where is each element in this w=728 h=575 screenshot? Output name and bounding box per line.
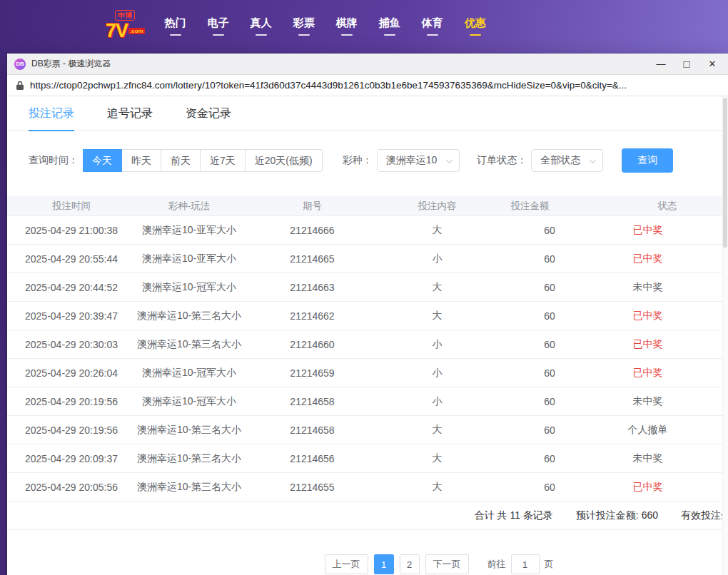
lottery-select-value: 澳洲幸运10 (386, 154, 438, 167)
search-button[interactable]: 查询 (622, 148, 673, 173)
goto-page-group: 前往 页 (487, 554, 554, 574)
record-tab[interactable]: 追号记录 (107, 106, 153, 131)
table-row: 2025-04-29 20:09:37 澳洲幸运10-第三名大小 2121465… (7, 444, 728, 473)
nav-menu-item[interactable]: 捕鱼 (379, 16, 400, 36)
nav-menu-item[interactable]: 棋牌 (336, 16, 358, 36)
table-row: 2025-04-29 20:30:03 澳洲幸运10-第三名大小 2121466… (7, 330, 728, 359)
goto-page-input[interactable] (511, 554, 540, 574)
chevron-down-icon (590, 156, 597, 163)
cell-bet-content: 大 (382, 424, 492, 437)
cell-bet-content: 小 (382, 338, 492, 351)
cell-issue-number: 21214660 (243, 339, 382, 350)
table-header-row: 投注时间 彩种-玩法 期号 投注内容 投注金额 状态 (7, 196, 728, 216)
minimize-button[interactable]: — (648, 54, 674, 74)
nav-menu-item[interactable]: 体育 (422, 16, 443, 36)
order-status-select[interactable]: 全部状态 (531, 149, 603, 172)
cell-game-play: 澳洲幸运10-第三名大小 (136, 424, 243, 437)
logo-com-text: .com (128, 28, 145, 34)
cell-status: 未中奖 (607, 452, 728, 465)
page-number-button[interactable]: 2 (400, 554, 420, 574)
cell-issue-number: 21214662 (243, 310, 382, 322)
cell-game-play: 澳洲幸运10-第三名大小 (136, 452, 243, 465)
nav-menu-item[interactable]: 优惠 (465, 16, 486, 36)
window-controls: — □ ✕ (648, 54, 725, 74)
cell-issue-number: 21214663 (243, 282, 382, 293)
cell-game-play: 澳洲幸运10-亚军大小 (136, 224, 243, 237)
record-tab[interactable]: 资金记录 (186, 106, 231, 131)
app-icon: DB (14, 58, 26, 70)
cell-bet-time: 2025-04-29 20:09:37 (7, 453, 136, 464)
cell-bet-amount: 60 (492, 310, 607, 322)
cell-bet-content: 小 (382, 367, 492, 380)
cell-bet-time: 2025-04-29 20:44:52 (7, 282, 136, 293)
scrollbar-thumb[interactable] (723, 98, 727, 248)
time-range-button[interactable]: 近20天(低频) (246, 149, 323, 172)
close-button[interactable]: ✕ (699, 54, 725, 74)
time-range-group: 今天 昨天 前天 近7天 近20天(低频) (83, 149, 323, 172)
cell-bet-time: 2025-04-29 20:19:56 (7, 424, 136, 436)
cell-bet-amount: 60 (492, 282, 607, 293)
cell-bet-amount: 60 (492, 225, 607, 236)
next-page-button[interactable]: 下一页 (425, 554, 469, 574)
nav-menu-item[interactable]: 彩票 (293, 16, 315, 36)
cell-bet-amount: 60 (492, 396, 607, 407)
table-row: 2025-04-29 20:19:56 澳洲幸运10-第三名大小 2121465… (7, 416, 728, 444)
prev-page-button[interactable]: 上一页 (325, 554, 368, 574)
time-range-button[interactable]: 近7天 (201, 149, 246, 172)
cell-issue-number: 21214666 (243, 225, 382, 236)
cell-status: 已中奖 (607, 224, 728, 237)
window-title: DB彩票 - 极速浏览器 (31, 58, 111, 70)
cell-game-play: 澳洲幸运10-第三名大小 (136, 310, 243, 322)
time-range-button-label: 今天 (92, 155, 112, 166)
table-row: 2025-04-29 20:55:44 澳洲幸运10-亚军大小 21214665… (7, 245, 728, 273)
cell-bet-time: 2025-04-29 20:39:47 (7, 310, 136, 322)
nav-menu-item-label: 体育 (422, 16, 443, 29)
nav-menu-item-label: 棋牌 (336, 16, 358, 29)
cell-issue-number: 21214656 (243, 453, 382, 464)
table-row: 2025-04-29 20:05:56 澳洲幸运10-第三名大小 2121465… (7, 473, 728, 502)
summary-expected-amount: 预计投注金额: 660 (576, 509, 658, 522)
table-body: 2025-04-29 21:00:38 澳洲幸运10-亚军大小 21214666… (7, 216, 728, 502)
goto-unit-label: 页 (545, 558, 554, 571)
cell-bet-time: 2025-04-29 20:19:56 (7, 396, 136, 407)
cell-status: 已中奖 (607, 310, 728, 322)
time-range-button-label: 近7天 (210, 155, 236, 166)
cell-issue-number: 21214655 (243, 482, 382, 493)
cell-game-play: 澳洲幸运10-第三名大小 (136, 338, 243, 351)
logo-text: 7V (106, 20, 128, 41)
page-number-button[interactable]: 1 (374, 554, 394, 574)
site-logo[interactable]: 申博 7V.com (106, 10, 145, 41)
order-status-value: 全部状态 (540, 154, 580, 167)
cell-bet-amount: 60 (492, 367, 607, 379)
cell-bet-time: 2025-04-29 21:00:38 (7, 225, 136, 236)
cell-status: 未中奖 (607, 281, 728, 294)
time-range-button[interactable]: 前天 (161, 149, 201, 172)
table-row: 2025-04-29 20:19:56 澳洲幸运10-冠军大小 21214658… (7, 387, 728, 416)
goto-label: 前往 (487, 558, 506, 571)
nav-menu-item[interactable]: 真人 (251, 16, 272, 36)
window-titlebar[interactable]: DB DB彩票 - 极速浏览器 — □ ✕ (7, 54, 728, 75)
url-text[interactable]: https://ctop02pchwp1.zfnc84.com/lottery/… (30, 80, 627, 91)
site-nav-menu: 热门 电子 真人 彩票 棋牌 捕鱼 体育 优惠 (165, 16, 486, 36)
cell-game-play: 澳洲幸运10-冠军大小 (136, 367, 243, 380)
nav-menu-item[interactable]: 电子 (208, 16, 229, 36)
cell-bet-amount: 60 (492, 424, 607, 436)
nav-menu-item[interactable]: 热门 (165, 16, 186, 36)
cell-bet-content: 大 (382, 481, 492, 494)
record-tab[interactable]: 投注记录 (29, 106, 74, 131)
cell-bet-time: 2025-04-29 20:05:56 (7, 482, 136, 493)
lottery-select[interactable]: 澳洲幸运10 (377, 149, 460, 172)
address-bar[interactable]: https://ctop02pchwp1.zfnc84.com/lottery/… (7, 75, 728, 96)
time-range-button[interactable]: 今天 (83, 149, 122, 172)
scrollbar[interactable] (722, 96, 728, 575)
browser-window: DB DB彩票 - 极速浏览器 — □ ✕ https://ctop02pchw… (7, 54, 728, 575)
page-number-list: 1 2 (374, 554, 420, 574)
summary-total: 合计 共 11 条记录 (475, 509, 553, 522)
record-tab-label: 资金记录 (186, 107, 231, 119)
maximize-button[interactable]: □ (674, 54, 699, 74)
page-content: 投注记录 追号记录 资金记录 查询时间： 今天 昨天 前天 近7天 近20天(低… (7, 96, 728, 575)
time-range-button[interactable]: 昨天 (122, 149, 161, 172)
time-range-button-label: 前天 (171, 155, 191, 166)
summary-valid-amount: 有效投注金额 (681, 509, 728, 522)
lock-icon (16, 81, 24, 91)
